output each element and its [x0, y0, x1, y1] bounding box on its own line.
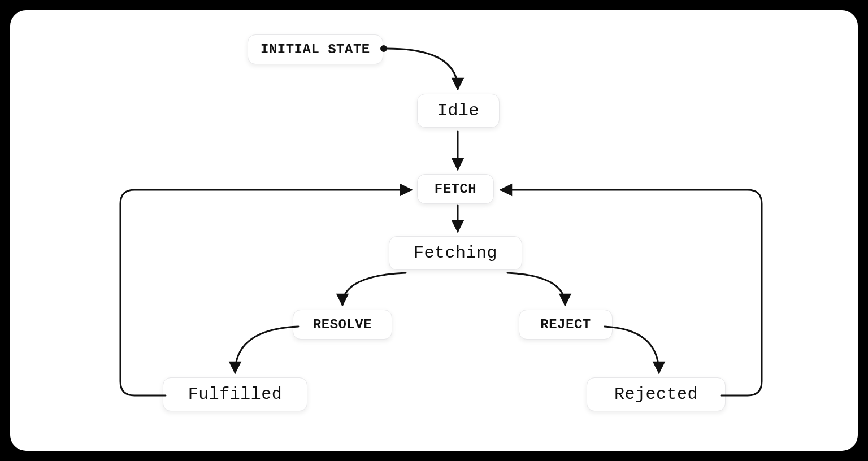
arrow-fulfilled-to-fetch: [120, 190, 411, 395]
event-reject: REJECT: [519, 310, 613, 340]
arrow-rejected-to-fetch: [501, 190, 762, 395]
event-reject-label: REJECT: [540, 317, 591, 332]
event-resolve-label: RESOLVE: [313, 317, 372, 332]
event-fetch: FETCH: [417, 174, 494, 204]
initial-state-node: INITIAL STATE: [248, 34, 383, 64]
state-fulfilled: Fulfilled: [163, 377, 307, 411]
initial-state-label: INITIAL STATE: [261, 42, 370, 57]
event-resolve: RESOLVE: [293, 310, 392, 340]
arrow-resolve-to-fulfilled: [235, 327, 298, 373]
state-fetching: Fetching: [389, 236, 522, 270]
state-idle-label: Idle: [437, 101, 479, 120]
state-fetching-label: Fetching: [414, 243, 497, 263]
arrows-layer: [10, 10, 858, 451]
state-rejected-label: Rejected: [614, 385, 698, 404]
state-fulfilled-label: Fulfilled: [188, 385, 283, 404]
event-fetch-label: FETCH: [435, 181, 477, 197]
arrow-fetching-to-resolve: [342, 273, 406, 305]
arrow-reject-to-rejected: [605, 327, 659, 373]
arrow-fetching-to-reject: [507, 273, 565, 305]
diagram-card: INITIAL STATE Idle FETCH Fetching RESOLV…: [10, 10, 858, 451]
state-idle: Idle: [417, 94, 500, 128]
arrow-initial-to-idle: [387, 49, 458, 89]
state-rejected: Rejected: [587, 377, 726, 411]
